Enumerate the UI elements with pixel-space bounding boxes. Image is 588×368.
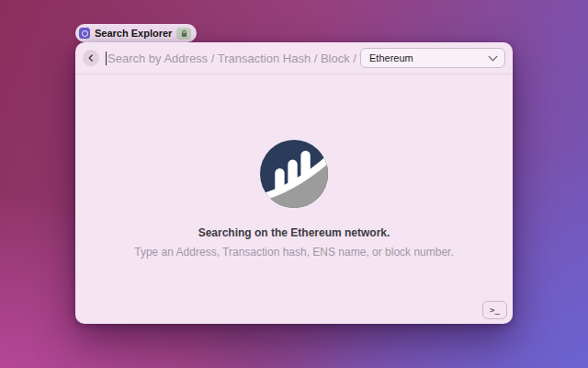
blockscout-logo xyxy=(260,140,328,208)
chevron-left-icon xyxy=(87,54,95,62)
chevron-down-icon xyxy=(489,52,498,62)
overlay-tag[interactable]: Search Explorer xyxy=(75,24,197,42)
search-explorer-window: Ethereum Searching on the Ethereum netwo… xyxy=(75,42,513,324)
empty-state-title: Searching on the Ethereum network. xyxy=(198,226,390,239)
back-button[interactable] xyxy=(83,50,99,66)
empty-state-subtitle: Type an Address, Transaction hash, ENS n… xyxy=(134,246,454,259)
text-cursor xyxy=(106,52,107,65)
actions-terminal-button[interactable]: >_ xyxy=(482,301,507,319)
lock-icon xyxy=(176,28,191,40)
search-input[interactable] xyxy=(107,52,360,65)
network-select-value: Ethereum xyxy=(369,52,413,63)
terminal-icon: >_ xyxy=(490,305,500,315)
network-select[interactable]: Ethereum xyxy=(360,48,505,68)
empty-state: Searching on the Ethereum network. Type … xyxy=(75,75,513,324)
overlay-tag-label: Search Explorer xyxy=(95,28,172,39)
extension-icon xyxy=(79,28,90,39)
search-bar: Ethereum xyxy=(75,42,513,75)
